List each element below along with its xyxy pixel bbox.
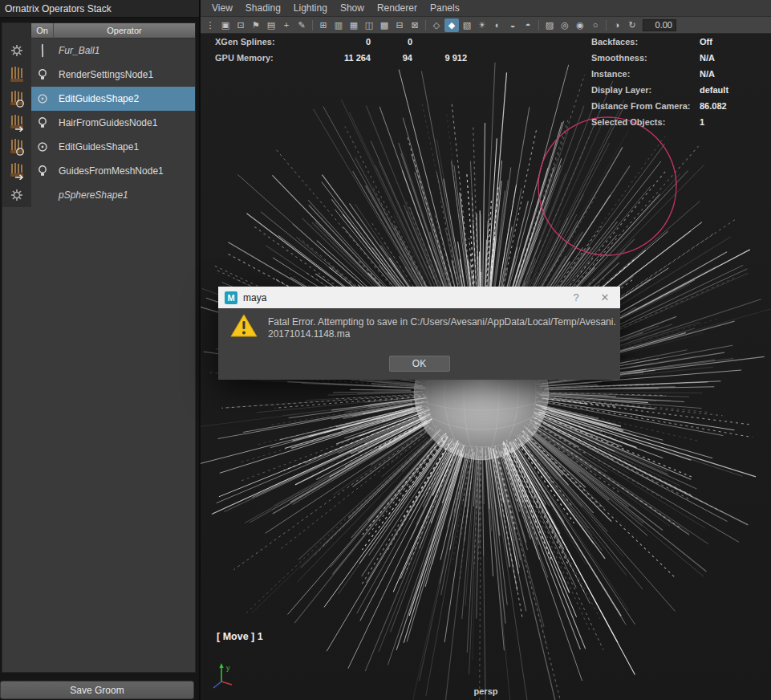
- stack-header-operator[interactable]: Operator: [54, 23, 195, 39]
- hud-value: 1: [700, 117, 704, 127]
- select-camera-icon[interactable]: ▣: [218, 18, 233, 32]
- bulb-icon[interactable]: [31, 165, 54, 177]
- operator-row-hairfromguidesnode1[interactable]: HairFromGuidesNode1: [2, 111, 195, 135]
- stack-header-on[interactable]: On: [31, 23, 54, 39]
- stack-header-spacer: [2, 23, 31, 39]
- resolution-gate-icon[interactable]: ▦: [347, 18, 361, 32]
- ambient-occlusion-icon[interactable]: ◒: [505, 18, 520, 32]
- hair-strand-icon[interactable]: [31, 43, 54, 58]
- hud-value: 86.082: [700, 101, 727, 111]
- save-groom-button[interactable]: Save Groom: [0, 681, 194, 699]
- operator-label: pSphereShape1: [54, 189, 128, 201]
- xray-icon[interactable]: ○: [588, 18, 603, 32]
- multisample-aa-icon[interactable]: ▨: [542, 18, 557, 32]
- hud-value: N/A: [700, 69, 715, 79]
- isolate-select-icon[interactable]: ◉: [573, 18, 587, 32]
- gamma-icon[interactable]: ↻: [625, 18, 639, 32]
- hud-label: Distance From Camera:: [591, 101, 700, 111]
- pan-zoom-icon[interactable]: +: [279, 18, 294, 32]
- bulb-icon[interactable]: [31, 68, 54, 81]
- error-message: Fatal Error. Attempting to save in C:/Us…: [268, 316, 616, 340]
- viewport-pane: ViewShadingLightingShowRendererPanels ⋮▣…: [201, 0, 771, 700]
- safe-title-icon[interactable]: ⊠: [408, 18, 422, 32]
- exposure-icon[interactable]: ◑: [610, 18, 624, 32]
- shadows-icon[interactable]: ◐: [490, 18, 505, 32]
- image-plane-icon[interactable]: ▤: [264, 18, 278, 32]
- use-all-lights-icon[interactable]: ☀: [475, 18, 489, 32]
- toolbar-grip-icon[interactable]: ⋮: [203, 18, 217, 32]
- menu-shading[interactable]: Shading: [239, 1, 287, 15]
- tool-hint: [ Move ] 1: [217, 631, 263, 642]
- menu-show[interactable]: Show: [334, 1, 371, 15]
- ok-button[interactable]: OK: [389, 356, 450, 372]
- operator-row-editguidesshape2[interactable]: EditGuidesShape2: [2, 87, 195, 111]
- gate-mask-icon[interactable]: ◫: [362, 18, 376, 32]
- panel-menubar: ViewShadingLightingShowRendererPanels: [201, 0, 771, 17]
- hud-label: Display Layer:: [591, 85, 700, 95]
- dialog-titlebar[interactable]: M maya ? ✕: [218, 287, 620, 308]
- comb-edit-icon: [2, 135, 31, 159]
- camera-name-label: persp: [201, 686, 771, 696]
- hud-row: Display Layer:default: [591, 82, 728, 98]
- circle-icon[interactable]: [31, 93, 54, 104]
- comb-arrow-icon: [2, 111, 31, 135]
- hud-label: GPU Memory:: [215, 53, 329, 63]
- circle-icon[interactable]: [31, 141, 54, 153]
- hud-value: default: [700, 85, 728, 95]
- operator-label: Fur_Ball1: [54, 45, 99, 56]
- hud-value: 94: [371, 53, 412, 63]
- operator-stack-header: On Operator: [2, 23, 195, 39]
- exposure-value-field[interactable]: [643, 19, 676, 31]
- bookmark-icon[interactable]: ⚑: [249, 18, 263, 32]
- menu-renderer[interactable]: Renderer: [371, 1, 424, 15]
- smooth-shade-all-icon[interactable]: ◆: [444, 18, 459, 32]
- comb-arrow-icon: [2, 159, 31, 183]
- grease-pencil-icon[interactable]: ✎: [294, 18, 309, 32]
- gear-icon: [2, 183, 31, 207]
- operator-label: EditGuidesShape1: [54, 141, 139, 153]
- menu-lighting[interactable]: Lighting: [287, 1, 334, 15]
- hud-label: Backfaces:: [591, 37, 700, 47]
- hud-label: XGen Splines:: [215, 37, 329, 47]
- operator-row-guidesfrommeshnode1[interactable]: GuidesFromMeshNode1: [2, 159, 195, 183]
- depth-of-field-icon[interactable]: ◎: [558, 18, 572, 32]
- motion-blur-icon[interactable]: ◓: [521, 18, 535, 32]
- operator-stack-table: On Operator Fur_Ball1RenderSettingsNode1…: [2, 22, 196, 673]
- operator-row-fur_ball1[interactable]: Fur_Ball1: [2, 39, 195, 63]
- operator-label: GuidesFromMeshNode1: [54, 165, 164, 177]
- grid-icon[interactable]: ⊞: [316, 18, 331, 32]
- hud-row: Distance From Camera:86.082: [591, 98, 728, 114]
- toolbar-separator: [606, 20, 607, 31]
- menu-panels[interactable]: Panels: [424, 1, 466, 15]
- hud-row: Instance:N/A: [591, 66, 728, 82]
- hud-stats-right: Backfaces:OffSmoothness:N/AInstance:N/AD…: [591, 34, 728, 130]
- hud-row: GPU Memory:11 264949 912: [215, 50, 467, 66]
- gear-icon: [2, 39, 31, 63]
- hud-value: 9 912: [412, 53, 467, 63]
- toolbar-separator: [425, 20, 426, 31]
- field-chart-icon[interactable]: ▩: [377, 18, 392, 32]
- hud-value: 0: [329, 37, 371, 47]
- hud-label: Smoothness:: [591, 53, 700, 63]
- bulb-icon[interactable]: [31, 116, 54, 129]
- panel-tab-ornatrix[interactable]: Ornatrix Operators Stack: [5, 3, 112, 14]
- maya-logo-icon: M: [225, 291, 237, 304]
- textured-display-icon[interactable]: ▧: [460, 18, 474, 32]
- comb-icon: [2, 63, 31, 87]
- lock-camera-icon[interactable]: ⊡: [233, 18, 248, 32]
- hud-stats-left: XGen Splines:00GPU Memory:11 264949 912: [215, 34, 467, 66]
- operator-row-rendersettingsnode1[interactable]: RenderSettingsNode1: [2, 63, 195, 87]
- hud-value: 11 264: [329, 53, 371, 63]
- safe-action-icon[interactable]: ⊟: [392, 18, 407, 32]
- operator-row-editguidesshape1[interactable]: EditGuidesShape1: [2, 135, 195, 159]
- help-icon[interactable]: ?: [562, 291, 590, 303]
- menu-view[interactable]: View: [205, 1, 239, 15]
- viewport-toolbar: ⋮▣⊡⚑▤+✎⊞▥▦◫▩⊟⊠◇◆▧☀◐◒◓▨◎◉○◑↻: [201, 17, 771, 34]
- film-gate-icon[interactable]: ▥: [331, 18, 346, 32]
- close-icon[interactable]: ✕: [590, 291, 620, 303]
- operator-label: EditGuidesShape2: [54, 93, 139, 104]
- maya-window: Ornatrix Operators Stack On Operator Fur…: [0, 0, 771, 700]
- wireframe-display-icon[interactable]: ◇: [429, 18, 444, 32]
- operator-row-psphereshape1[interactable]: pSphereShape1: [2, 183, 195, 207]
- hud-label: Instance:: [591, 69, 700, 79]
